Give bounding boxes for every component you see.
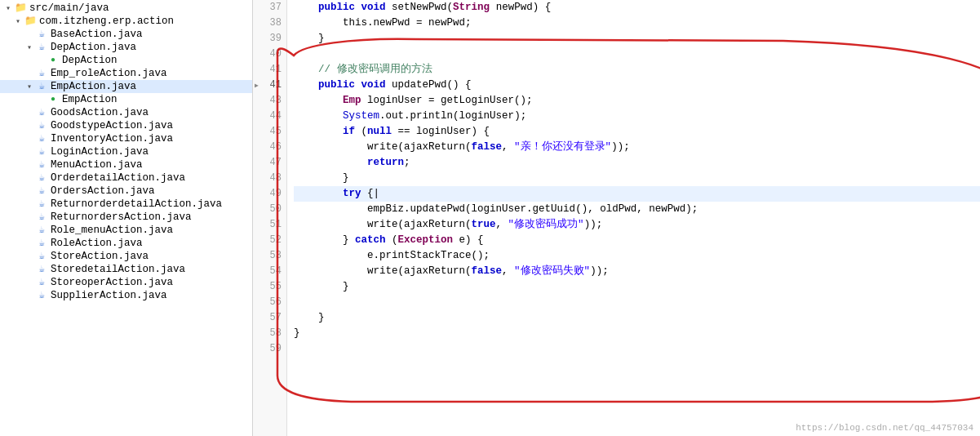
code-line-46: write(ajaxReturn(false, "亲！你还没有登录")); bbox=[294, 140, 980, 155]
tree-arrow bbox=[24, 161, 34, 170]
tree-arrow bbox=[24, 69, 34, 78]
folder-icon: 📁 bbox=[24, 16, 37, 27]
java-icon: ☕ bbox=[35, 238, 48, 249]
tree-item-goodsaction[interactable]: ☕ GoodsAction.java bbox=[0, 106, 252, 119]
code-line-44: System.out.println(loginUser); bbox=[294, 109, 980, 124]
java-icon: ☕ bbox=[35, 159, 48, 171]
code-line-41: // 修改密码调用的方法 bbox=[294, 62, 980, 78]
tree-item-role[interactable]: ☕ RoleAction.java bbox=[0, 237, 252, 250]
tree-arrow bbox=[24, 265, 34, 274]
tree-arrow bbox=[24, 135, 34, 144]
class-icon: ● bbox=[47, 55, 60, 66]
java-icon: ☕ bbox=[35, 225, 48, 236]
tree-label: Role_menuAction.java bbox=[51, 225, 173, 236]
tree-arrow bbox=[24, 174, 34, 183]
code-line-48: } bbox=[294, 171, 980, 186]
code-line-53: e.printStackTrace(); bbox=[294, 248, 980, 264]
tree-arrow bbox=[24, 148, 34, 157]
tree-item-src[interactable]: ▾ 📁 src/main/java bbox=[0, 2, 252, 15]
java-icon: ☕ bbox=[35, 185, 48, 197]
tree-label: StoreAction.java bbox=[51, 251, 149, 262]
java-icon: ☕ bbox=[35, 120, 48, 131]
tree-item-goodstype[interactable]: ☕ GoodstypeAction.java bbox=[0, 119, 252, 132]
tree-item-empaction[interactable]: ▾ ☕ EmpAction.java bbox=[0, 80, 252, 93]
tree-item-store[interactable]: ☕ StoreAction.java bbox=[0, 250, 252, 263]
tree-arrow bbox=[24, 226, 34, 235]
tree-arrow bbox=[24, 122, 34, 131]
code-line-47: return; bbox=[294, 155, 980, 171]
java-icon: ☕ bbox=[35, 42, 48, 53]
code-editor[interactable]: 37 38 39 40 41 41 43 44 45 46 47 48 49 5… bbox=[253, 0, 980, 436]
tree-label: MenuAction.java bbox=[51, 159, 143, 171]
tree-item-baseaction[interactable]: ☕ BaseAction.java bbox=[0, 28, 252, 41]
tree-label: StoredetailAction.java bbox=[51, 264, 185, 275]
tree-item-rolemenu[interactable]: ☕ Role_menuAction.java bbox=[0, 224, 252, 237]
tree-arrow bbox=[24, 213, 34, 222]
tree-arrow bbox=[24, 30, 34, 39]
code-line-51: write(ajaxReturn(true, "修改密码成功")); bbox=[294, 217, 980, 233]
tree-arrow bbox=[24, 278, 34, 287]
java-icon: ☕ bbox=[35, 172, 48, 184]
tree-label: LoginAction.java bbox=[51, 146, 149, 158]
tree-arrow bbox=[24, 187, 34, 196]
tree-label: OrdersAction.java bbox=[51, 185, 155, 197]
watermark: https://blog.csdn.net/qq_44757034 bbox=[796, 423, 973, 433]
java-icon: ☕ bbox=[35, 251, 48, 262]
tree-arrow: ▾ bbox=[13, 16, 23, 26]
tree-label: Emp_roleAction.java bbox=[51, 68, 167, 79]
java-icon: ☕ bbox=[35, 107, 48, 118]
code-line-59 bbox=[294, 341, 980, 357]
tree-item-login[interactable]: ☕ LoginAction.java bbox=[0, 145, 252, 158]
code-line-45: if (null == loginUser) { bbox=[294, 124, 980, 140]
tree-label: OrderdetailAction.java bbox=[51, 172, 185, 184]
tree-label: StoreoperAction.java bbox=[51, 277, 173, 288]
tree-label: BaseAction.java bbox=[51, 29, 143, 40]
tree-item-storeoperation[interactable]: ☕ StoreoperAction.java bbox=[0, 276, 252, 289]
tree-item-com[interactable]: ▾ 📁 com.itzheng.erp.action bbox=[0, 15, 252, 28]
tree-arrow: ▾ bbox=[24, 82, 34, 91]
tree-item-orderdetail[interactable]: ☕ OrderdetailAction.java bbox=[0, 171, 252, 185]
java-icon: ☕ bbox=[35, 290, 48, 301]
tree-item-orders[interactable]: ☕ OrdersAction.java bbox=[0, 185, 252, 198]
code-content: public void setNewPwd(String newPwd) { t… bbox=[287, 0, 980, 436]
java-icon: ☕ bbox=[35, 211, 48, 223]
tree-item-menu[interactable]: ☕ MenuAction.java bbox=[0, 158, 252, 171]
tree-item-depaction[interactable]: ▾ ☕ DepAction.java bbox=[0, 41, 252, 54]
tree-label: GoodstypeAction.java bbox=[51, 120, 173, 131]
java-icon: ☕ bbox=[35, 81, 48, 92]
code-line-55: } bbox=[294, 279, 980, 295]
tree-label: com.itzheng.erp.action bbox=[39, 16, 174, 27]
tree-label: GoodsAction.java bbox=[51, 107, 149, 118]
tree-label: RoleAction.java bbox=[51, 238, 143, 249]
tree-item-emprole[interactable]: ☕ Emp_roleAction.java bbox=[0, 67, 252, 80]
code-line-56 bbox=[294, 295, 980, 310]
code-line-54: write(ajaxReturn(false, "修改密码失败")); bbox=[294, 264, 980, 279]
java-icon: ☕ bbox=[35, 264, 48, 275]
tree-arrow bbox=[36, 96, 46, 105]
line-numbers: 37 38 39 40 41 41 43 44 45 46 47 48 49 5… bbox=[253, 0, 287, 436]
tree-item-depaction-class[interactable]: ● DepAction bbox=[0, 54, 252, 67]
tree-arrow bbox=[36, 56, 46, 65]
tree-item-inventory[interactable]: ☕ InventoryAction.java bbox=[0, 132, 252, 145]
tree-item-storedetail[interactable]: ☕ StoredetailAction.java bbox=[0, 263, 252, 276]
tree-item-empaction-class[interactable]: ● EmpAction bbox=[0, 93, 252, 106]
file-tree[interactable]: ▾ 📁 src/main/java ▾ 📁 com.itzheng.erp.ac… bbox=[0, 0, 253, 436]
java-icon: ☕ bbox=[35, 68, 48, 79]
tree-item-supplier[interactable]: ☕ SupplierAction.java bbox=[0, 289, 252, 302]
tree-item-returnorderdetail[interactable]: ☕ ReturnorderdetailAction.java bbox=[0, 198, 252, 211]
folder-icon: 📁 bbox=[14, 2, 27, 14]
code-line-57: } bbox=[294, 310, 980, 326]
tree-item-returnorders[interactable]: ☕ ReturnordersAction.java bbox=[0, 211, 252, 224]
code-line-40 bbox=[294, 47, 980, 62]
tree-label: DepAction bbox=[62, 55, 118, 66]
tree-arrow bbox=[24, 291, 34, 300]
tree-arrow: ▾ bbox=[3, 3, 13, 13]
tree-label: EmpAction.java bbox=[51, 81, 136, 92]
tree-label: InventoryAction.java bbox=[51, 133, 173, 145]
code-line-43: Emp loginUser = getLoginUser(); bbox=[294, 93, 980, 109]
code-line-50: empBiz.updatePwd(loginUser.getUuid(), ol… bbox=[294, 202, 980, 217]
java-icon: ☕ bbox=[35, 133, 48, 145]
java-icon: ☕ bbox=[35, 146, 48, 158]
tree-arrow bbox=[24, 252, 34, 261]
tree-arrow bbox=[24, 109, 34, 118]
